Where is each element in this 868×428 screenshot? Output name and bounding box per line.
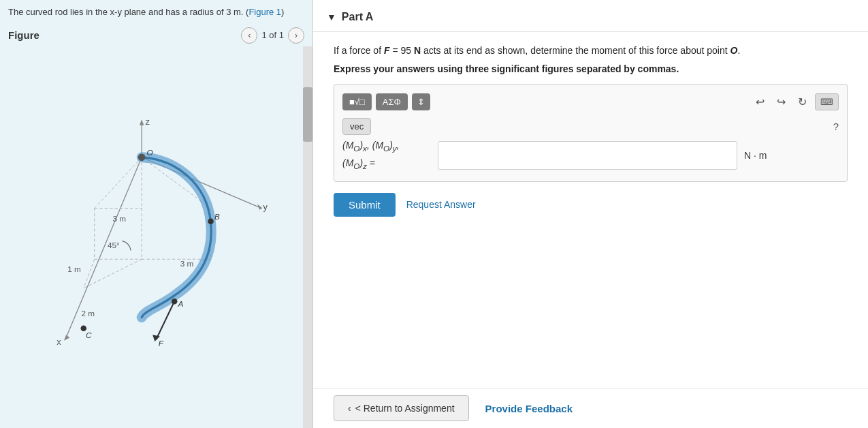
figure-link[interactable]: Figure 1 <box>248 7 281 17</box>
svg-point-19 <box>138 153 146 161</box>
right-panel: ▼ Part A If a force of F = 95 N acts at … <box>313 0 868 428</box>
vec-row: vec ? <box>342 118 839 135</box>
figure-nav: ‹ 1 of 1 › <box>241 27 304 44</box>
part-header: ▼ Part A <box>313 0 868 32</box>
svg-marker-1 <box>140 119 144 125</box>
part-collapse-arrow[interactable]: ▼ <box>327 12 336 22</box>
submit-btn[interactable]: Submit <box>334 193 396 217</box>
vec-btn[interactable]: vec <box>342 118 371 135</box>
svg-text:O: O <box>147 147 153 156</box>
arrows-btn[interactable]: ⇕ <box>412 93 430 110</box>
svg-point-21 <box>208 218 214 224</box>
greek-btn[interactable]: ΑΣΦ <box>376 93 408 110</box>
matrix-btn[interactable]: ■√□ <box>342 93 372 110</box>
mo-label-line1: (MO)x, (MO)y, <box>342 138 431 155</box>
return-btn[interactable]: ‹ < Return to Assignment <box>334 395 469 421</box>
figure-next-btn[interactable]: › <box>288 27 304 44</box>
figure-prev-btn[interactable]: ‹ <box>241 27 257 44</box>
svg-text:45°: 45° <box>108 241 120 249</box>
svg-text:A: A <box>178 299 184 307</box>
question-body: If a force of F = 95 N acts at its end a… <box>313 32 868 248</box>
svg-text:1 m: 1 m <box>67 264 81 273</box>
help-btn[interactable]: ? <box>833 121 839 132</box>
intro-body: The curved rod lies in the x-y plane and… <box>8 7 243 17</box>
svg-marker-7 <box>64 335 70 341</box>
svg-line-16 <box>95 157 142 208</box>
figure-area: Figure ‹ 1 of 1 › z y x <box>0 25 312 429</box>
return-arrow: ‹ <box>348 403 351 414</box>
figure-header: Figure ‹ 1 of 1 › <box>0 25 312 46</box>
figure-canvas: z y x <box>0 46 312 429</box>
return-label: < Return to Assignment <box>355 403 455 414</box>
figure-title: Figure <box>8 29 39 41</box>
svg-text:B: B <box>214 211 220 220</box>
scrollbar-thumb[interactable] <box>303 87 312 142</box>
request-answer-link[interactable]: Request Answer <box>406 199 476 210</box>
svg-text:F: F <box>159 339 164 348</box>
mo-label-line2: (MO)z = <box>342 155 431 173</box>
svg-line-18 <box>84 259 142 288</box>
undo-btn[interactable]: ↩ <box>752 93 769 111</box>
question-text: If a force of F = 95 N acts at its end a… <box>334 43 848 58</box>
unit-label: N · m <box>744 150 767 161</box>
input-row: (MO)x, (MO)y, (MO)z = N · m <box>342 138 839 172</box>
keyboard-btn[interactable]: ⌨ <box>815 93 839 110</box>
refresh-btn[interactable]: ↻ <box>794 93 811 111</box>
figure-diagram: z y x <box>0 46 312 429</box>
svg-text:2 m: 2 m <box>82 308 95 317</box>
toolbar: ■√□ ΑΣΦ ⇕ ↩ ↪ ↻ ⌨ <box>342 93 839 111</box>
redo-btn[interactable]: ↪ <box>773 93 790 111</box>
answer-input[interactable] <box>438 141 737 170</box>
scrollbar-track <box>303 46 312 429</box>
bottom-row: ‹ < Return to Assignment Provide Feedbac… <box>313 388 868 428</box>
svg-text:3 m: 3 m <box>112 213 126 222</box>
left-panel: The curved rod lies in the x-y plane and… <box>0 0 313 428</box>
instruction-text: Express your answers using three signifi… <box>334 63 848 74</box>
feedback-link[interactable]: Provide Feedback <box>485 403 573 414</box>
part-title: Part A <box>342 11 374 23</box>
svg-text:3 m: 3 m <box>180 258 194 267</box>
figure-nav-count: 1 of 1 <box>261 30 284 40</box>
svg-text:z: z <box>145 116 149 126</box>
intro-text: The curved rod lies in the x-y plane and… <box>0 0 312 25</box>
submit-row: Submit Request Answer <box>334 193 848 217</box>
svg-text:x: x <box>57 337 61 347</box>
svg-text:C: C <box>86 330 92 339</box>
mo-label: (MO)x, (MO)y, (MO)z = <box>342 138 431 172</box>
svg-text:y: y <box>263 201 268 211</box>
answer-area: ■√□ ΑΣΦ ⇕ ↩ ↪ ↻ ⌨ vec ? (MO)x, (MO)y, (M… <box>334 84 848 181</box>
